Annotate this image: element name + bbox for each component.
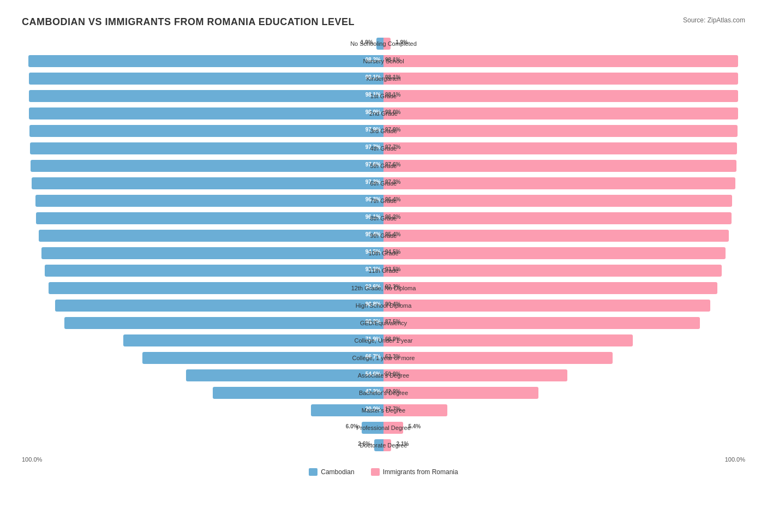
val-right: 94.5%: [384, 249, 400, 255]
bar-left: [186, 369, 384, 381]
bar-row: 6.0%5.4%Professional Degree: [22, 420, 745, 435]
val-right: 92.3%: [384, 284, 400, 290]
val-left: 88.2%: [365, 319, 382, 325]
chart-source: Source: ZipAtlas.com: [683, 16, 745, 24]
bar-left: [28, 55, 384, 67]
bar-right: [384, 195, 732, 207]
bar-right: [384, 439, 391, 451]
val-left: 98.2%: [365, 57, 382, 63]
bar-row: 20.0%17.7%Master's Degree: [22, 403, 745, 418]
val-right: 93.5%: [384, 266, 400, 272]
val-right: 96.4%: [384, 196, 400, 202]
bar-right: [384, 73, 738, 85]
val-right: 98.1%: [384, 74, 400, 80]
val-left: 66.7%: [365, 354, 382, 360]
bar-right: [384, 422, 403, 434]
bar-right: [384, 317, 700, 329]
bar-right: [384, 265, 722, 277]
bar-left: [39, 230, 384, 242]
val-right: 90.4%: [384, 301, 400, 307]
bar-row: 97.6%97.6%5th Grade: [22, 158, 745, 174]
bar-right: [384, 142, 737, 154]
x-axis-left-label: 100.0%: [22, 456, 42, 463]
val-right: 97.9%: [384, 127, 400, 133]
bar-row: 2.6%2.1%Doctorate Degree: [22, 438, 745, 453]
x-axis: 100.0% 100.0%: [22, 456, 745, 463]
bar-left: [362, 422, 384, 434]
bar-left: [64, 317, 384, 329]
val-left: 98.0%: [365, 109, 382, 115]
val-right: 98.0%: [384, 109, 400, 115]
bar-row: 96.1%96.2%8th Grade: [22, 211, 745, 226]
bar-row: 98.1%98.1%Kindergarten: [22, 71, 745, 86]
bar-row: 88.2%87.5%GED/Equivalency: [22, 315, 745, 331]
bar-left: [376, 38, 384, 50]
bar-right: [384, 282, 717, 294]
chart-title: CAMBODIAN VS IMMIGRANTS FROM ROMANIA EDU…: [22, 16, 355, 28]
bar-row: 66.7%63.3%College, 1 year or more: [22, 350, 745, 366]
legend-romania: Immigrants from Romania: [371, 468, 458, 476]
val-left: 93.6%: [365, 266, 382, 272]
bar-left: [49, 282, 384, 294]
bar-row: 98.1%98.1%1st Grade: [22, 88, 745, 104]
val-left: 96.1%: [365, 214, 382, 220]
bar-row: 1.9%1.9%No Schooling Completed: [22, 36, 745, 51]
bar-left: [36, 212, 384, 224]
bar-row: 96.3%96.4%7th Grade: [22, 193, 745, 208]
bar-left: [142, 352, 384, 364]
bar-left: [374, 439, 384, 451]
val-right: 97.6%: [384, 162, 400, 168]
bar-right: [384, 369, 567, 381]
bar-right: [384, 55, 738, 67]
bar-row: 94.5%94.5%10th Grade: [22, 246, 745, 261]
bar-row: 97.9%97.9%3rd Grade: [22, 123, 745, 139]
x-axis-right-label: 100.0%: [725, 456, 745, 463]
chart-legend: Cambodian Immigrants from Romania: [22, 468, 745, 476]
legend-color-romania: [371, 468, 380, 476]
bar-left: [213, 387, 384, 399]
val-right: 1.9%: [394, 39, 408, 45]
val-left: 1.9%: [361, 39, 373, 45]
bar-left: [31, 160, 384, 172]
val-left: 47.2%: [365, 388, 382, 394]
bar-right: [384, 387, 538, 399]
bar-left: [29, 125, 384, 137]
bar-right: [384, 107, 738, 119]
val-right: 5.4%: [406, 423, 421, 429]
bar-right: [384, 90, 738, 102]
bar-right: [384, 300, 710, 312]
bar-right: [384, 247, 726, 259]
val-left: 6.0%: [346, 423, 358, 429]
bar-row: 90.8%90.4%High School Diploma: [22, 298, 745, 313]
val-right: 17.7%: [384, 406, 400, 412]
val-right: 96.2%: [384, 214, 400, 220]
val-right: 98.1%: [384, 57, 400, 63]
bar-left: [29, 107, 384, 119]
bar-left: [32, 177, 384, 189]
legend-label-cambodian: Cambodian: [321, 468, 354, 476]
bar-right: [384, 352, 613, 364]
val-left: 97.7%: [365, 144, 382, 150]
bar-right: [384, 38, 391, 50]
bar-left: [123, 334, 384, 346]
bar-row: 97.7%97.7%4th Grade: [22, 141, 745, 156]
bar-left: [29, 90, 384, 102]
legend-cambodian: Cambodian: [309, 468, 354, 476]
bar-row: 95.4%95.4%9th Grade: [22, 228, 745, 243]
val-left: 97.6%: [365, 162, 382, 168]
bar-left: [41, 247, 384, 259]
val-left: 97.3%: [365, 179, 382, 185]
val-left: 97.9%: [365, 127, 382, 133]
val-right: 87.5%: [384, 319, 400, 325]
legend-label-romania: Immigrants from Romania: [383, 468, 458, 476]
bar-left: [35, 195, 384, 207]
chart-body: 1.9%1.9%No Schooling Completed98.2%98.1%…: [22, 36, 745, 453]
chart-header: CAMBODIAN VS IMMIGRANTS FROM ROMANIA EDU…: [22, 16, 745, 28]
bar-row: 71.9%68.9%College, Under 1 year: [22, 333, 745, 348]
val-left: 20.0%: [365, 406, 382, 412]
bar-left: [29, 73, 384, 85]
val-left: 95.4%: [365, 231, 382, 237]
val-right: 50.9%: [384, 371, 400, 377]
bar-row: 92.6%92.3%12th Grade, No Diploma: [22, 280, 745, 296]
bar-row: 98.2%98.1%Nursery School: [22, 53, 745, 69]
